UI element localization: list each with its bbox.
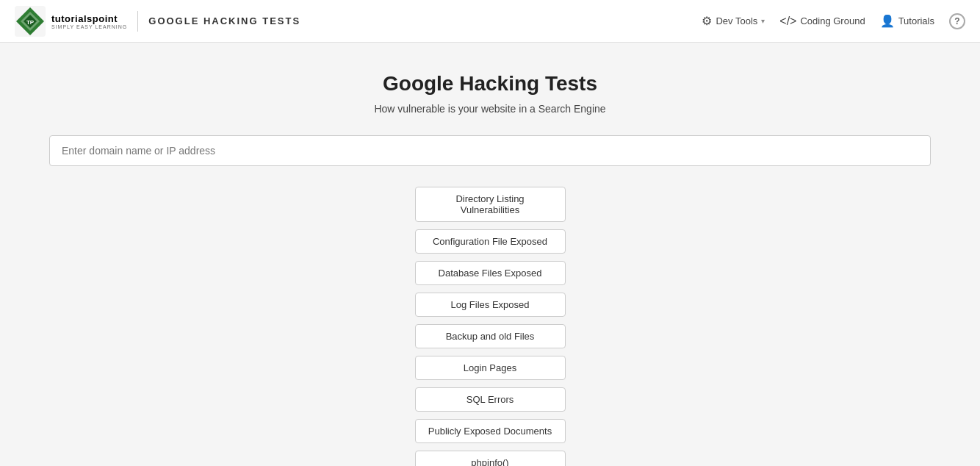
- brand-tagline: SIMPLY EASY LEARNING: [51, 24, 127, 29]
- nav-item-codingground[interactable]: </> Coding Ground: [779, 15, 865, 28]
- navbar-right: ⚙ Dev Tools ▾ </> Coding Ground 👤 Tutori…: [702, 13, 965, 29]
- code-icon: </>: [779, 15, 796, 28]
- logo-icon: TP: [15, 6, 46, 37]
- test-button-6[interactable]: SQL Errors: [415, 387, 566, 412]
- navbar: TP tutorialspoint SIMPLY EASY LEARNING G…: [0, 0, 980, 43]
- nav-item-devtools[interactable]: ⚙ Dev Tools ▾: [702, 14, 765, 28]
- test-button-3[interactable]: Log Files Exposed: [415, 293, 566, 317]
- logo-area: TP tutorialspoint SIMPLY EASY LEARNING: [15, 6, 127, 37]
- test-button-7[interactable]: Publicly Exposed Documents: [415, 419, 566, 443]
- codingground-label: Coding Ground: [800, 15, 865, 26]
- wrench-icon: ⚙: [702, 14, 712, 28]
- page-title: Google Hacking Tests: [383, 72, 597, 96]
- help-icon[interactable]: ?: [949, 13, 965, 29]
- test-button-2[interactable]: Database Files Exposed: [415, 261, 566, 285]
- chevron-down-icon: ▾: [761, 17, 765, 25]
- tutorials-label: Tutorials: [898, 15, 934, 26]
- page-header-title: GOOGLE HACKING TESTS: [148, 15, 300, 26]
- navbar-divider: [137, 11, 138, 32]
- test-button-1[interactable]: Configuration File Exposed: [415, 229, 566, 254]
- page-subtitle: How vulnerable is your website in a Sear…: [374, 103, 605, 115]
- brand-name: tutorialspoint SIMPLY EASY LEARNING: [51, 13, 127, 29]
- navbar-left: TP tutorialspoint SIMPLY EASY LEARNING G…: [15, 6, 300, 37]
- test-button-4[interactable]: Backup and old Files: [415, 324, 566, 348]
- brand-black: point: [93, 13, 118, 24]
- brand-title: tutorialspoint: [51, 13, 127, 24]
- domain-search-input[interactable]: [49, 135, 931, 166]
- svg-text:TP: TP: [26, 19, 35, 26]
- brand-green: tutorials: [51, 13, 93, 24]
- test-button-0[interactable]: Directory Listing Vulnerabilities: [415, 187, 566, 222]
- test-button-8[interactable]: phpinfo(): [415, 451, 566, 466]
- devtools-label: Dev Tools: [716, 15, 757, 26]
- test-button-5[interactable]: Login Pages: [415, 356, 566, 380]
- main-content: Google Hacking Tests How vulnerable is y…: [0, 43, 980, 466]
- nav-item-tutorials[interactable]: 👤 Tutorials: [880, 14, 934, 28]
- test-buttons-list: Directory Listing VulnerabilitiesConfigu…: [15, 187, 965, 466]
- person-icon: 👤: [880, 14, 895, 28]
